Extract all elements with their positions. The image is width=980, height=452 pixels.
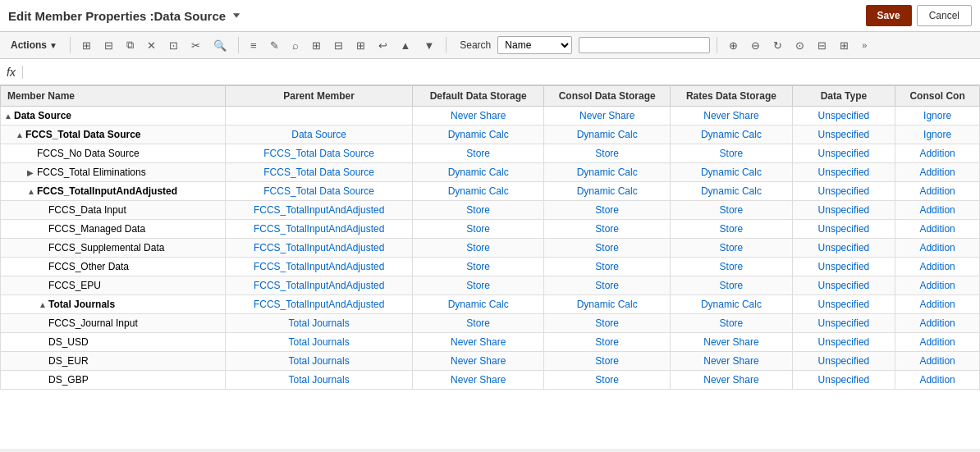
toolbar-btn-copy[interactable]: ⧉ <box>121 35 139 55</box>
cell-parent-member[interactable]: FCCS_Total Data Source <box>225 182 412 201</box>
grid-icon: ⊞ <box>82 39 91 52</box>
edit-icon: ✎ <box>270 39 279 52</box>
collapse-icon[interactable]: ▲ <box>16 130 24 139</box>
table-row[interactable]: FCCS_Managed DataFCCS_TotalInputAndAdjus… <box>1 220 980 239</box>
toolbar-btn-more[interactable]: » <box>857 37 872 53</box>
cell-consol-con: Addition <box>895 295 980 314</box>
table-container[interactable]: Member Name Parent Member Default Data S… <box>0 85 980 449</box>
delete-icon: ✕ <box>147 39 156 52</box>
top-header: Edit Member Properties :Data Source Save… <box>0 0 980 32</box>
search-select[interactable]: Name Alias Description <box>497 36 572 54</box>
table-icon: ⊞ <box>356 39 365 52</box>
cell-parent-member[interactable]: FCCS_Total Data Source <box>225 163 412 182</box>
cell-parent-member[interactable]: Total Journals <box>225 371 412 390</box>
col-data-type[interactable]: Data Type <box>792 86 895 107</box>
table-row[interactable]: FCCS_No Data SourceFCCS_Total Data Sourc… <box>1 144 980 163</box>
table-row[interactable]: ▲Total JournalsFCCS_TotalInputAndAdjuste… <box>1 295 980 314</box>
cell-default-ds: Store <box>413 201 544 220</box>
table-row[interactable]: ▶FCCS_Total EliminationsFCCS_Total Data … <box>1 163 980 182</box>
cell-rates-ds: Store <box>671 239 792 258</box>
cell-parent-member[interactable]: FCCS_TotalInputAndAdjusted <box>225 220 412 239</box>
toolbar-btn-edit[interactable]: ✎ <box>265 36 284 55</box>
toolbar-separator-3 <box>446 37 446 53</box>
toolbar-btn-grid2[interactable]: ⊞ <box>835 36 854 55</box>
toolbar-btn-table[interactable]: ⊞ <box>351 36 370 55</box>
collapse-icon[interactable]: ▲ <box>39 300 47 309</box>
col-consol-ds[interactable]: Consol Data Storage <box>544 86 671 107</box>
title-dropdown-icon[interactable] <box>231 10 242 21</box>
cell-consol-con: Addition <box>895 239 980 258</box>
table-row[interactable]: FCCS_Journal InputTotal JournalsStoreSto… <box>1 314 980 333</box>
toolbar-btn-zoom-out[interactable]: ⊖ <box>746 36 765 55</box>
cell-member-name: FCCS_Other Data <box>1 258 226 276</box>
cell-parent-member[interactable]: FCCS_TotalInputAndAdjusted <box>225 239 412 258</box>
toolbar-btn-target[interactable]: ⊙ <box>790 36 809 55</box>
table-row[interactable]: FCCS_Data InputFCCS_TotalInputAndAdjuste… <box>1 201 980 220</box>
table-row[interactable]: DS_USDTotal JournalsNever ShareStoreNeve… <box>1 333 980 352</box>
toolbar-btn-list[interactable]: ≡ <box>245 36 262 55</box>
toolbar-btn-cut[interactable]: ✂ <box>186 36 205 55</box>
toolbar-btn-search2[interactable]: ⌕ <box>287 36 304 55</box>
cell-parent-member[interactable]: FCCS_TotalInputAndAdjusted <box>225 201 412 220</box>
cell-rates-ds: Never Share <box>671 107 792 126</box>
table-row[interactable]: FCCS_Supplemental DataFCCS_TotalInputAnd… <box>1 239 980 258</box>
col-default-ds[interactable]: Default Data Storage <box>413 86 544 107</box>
collapse-icon[interactable]: ▲ <box>4 112 12 121</box>
table-row[interactable]: ▲Data SourceNever ShareNever ShareNever … <box>1 107 980 126</box>
cell-default-ds: Store <box>413 314 544 333</box>
cell-default-ds: Store <box>413 239 544 258</box>
cell-consol-con: Addition <box>895 163 980 182</box>
toolbar-btn-undo[interactable]: ↩ <box>373 36 392 55</box>
cell-parent-member[interactable]: FCCS_TotalInputAndAdjusted <box>225 258 412 276</box>
cell-parent-member[interactable]: FCCS_Total Data Source <box>225 144 412 163</box>
table-row[interactable]: DS_EURTotal JournalsNever ShareStoreNeve… <box>1 352 980 371</box>
toolbar-btn-export[interactable]: ⊟ <box>813 36 831 55</box>
cell-consol-ds: Dynamic Calc <box>544 182 671 201</box>
cell-parent-member[interactable]: Total Journals <box>225 314 412 333</box>
cell-member-name: FCCS_Journal Input <box>1 314 226 333</box>
cell-member-name: DS_GBP <box>1 371 226 390</box>
save-button[interactable]: Save <box>866 5 912 26</box>
cell-data-type: Unspecified <box>792 333 895 352</box>
cell-rates-ds: Never Share <box>671 352 792 371</box>
toolbar-btn-move[interactable]: ⊡ <box>164 36 183 55</box>
cancel-button[interactable]: Cancel <box>917 5 972 26</box>
toolbar-btn-grid[interactable]: ⊞ <box>77 36 96 55</box>
cell-rates-ds: Store <box>671 201 792 220</box>
cell-consol-ds: Never Share <box>544 107 671 126</box>
cell-parent-member[interactable]: FCCS_TotalInputAndAdjusted <box>225 276 412 295</box>
collapse-icon[interactable]: ▲ <box>27 187 35 196</box>
collapse-icon[interactable]: ▶ <box>27 168 35 177</box>
toolbar-btn-down[interactable]: ▼ <box>419 36 439 55</box>
cell-default-ds: Never Share <box>413 333 544 352</box>
cell-parent-member[interactable]: Data Source <box>225 126 412 144</box>
col-rates-ds[interactable]: Rates Data Storage <box>671 86 792 107</box>
cell-parent-member[interactable]: Total Journals <box>225 352 412 371</box>
cell-rates-ds: Store <box>671 220 792 239</box>
cell-consol-con: Addition <box>895 182 980 201</box>
toolbar-btn-refresh[interactable]: ↻ <box>768 36 787 55</box>
toolbar-btn-collapse-all[interactable]: ⊟ <box>329 36 348 55</box>
toolbar-btn-zoom-in[interactable]: ⊕ <box>724 36 743 55</box>
cell-consol-con: Ignore <box>895 107 980 126</box>
cell-parent-member[interactable]: Total Journals <box>225 333 412 352</box>
toolbar-btn-expand-all[interactable]: ⊞ <box>307 36 326 55</box>
table-row[interactable]: FCCS_Other DataFCCS_TotalInputAndAdjuste… <box>1 258 980 276</box>
table-row[interactable]: ▲FCCS_Total Data SourceData SourceDynami… <box>1 126 980 144</box>
formula-input[interactable] <box>30 66 973 78</box>
cell-parent-member[interactable]: FCCS_TotalInputAndAdjusted <box>225 295 412 314</box>
toolbar-btn-delete[interactable]: ✕ <box>142 36 161 55</box>
table-row[interactable]: DS_GBPTotal JournalsNever ShareStoreNeve… <box>1 371 980 390</box>
more-icon: » <box>862 40 867 50</box>
toolbar-btn-find[interactable]: 🔍 <box>208 36 231 55</box>
table-row[interactable]: ▲FCCS_TotalInputAndAdjustedFCCS_Total Da… <box>1 182 980 201</box>
toolbar-btn-up[interactable]: ▲ <box>396 36 416 55</box>
col-consol-con[interactable]: Consol Con <box>895 86 980 107</box>
actions-button[interactable]: Actions ▼ <box>5 36 63 54</box>
toolbar: Actions ▼ ⊞ ⊟ ⧉ ✕ ⊡ ✂ 🔍 ≡ ✎ ⌕ ⊞ ⊟ ⊞ ↩ <box>0 32 980 59</box>
col-member-name[interactable]: Member Name <box>1 86 226 107</box>
search-input[interactable] <box>579 37 710 53</box>
table-row[interactable]: FCCS_EPUFCCS_TotalInputAndAdjustedStoreS… <box>1 276 980 295</box>
col-parent-member[interactable]: Parent Member <box>225 86 412 107</box>
toolbar-btn-collapse[interactable]: ⊟ <box>99 36 118 55</box>
